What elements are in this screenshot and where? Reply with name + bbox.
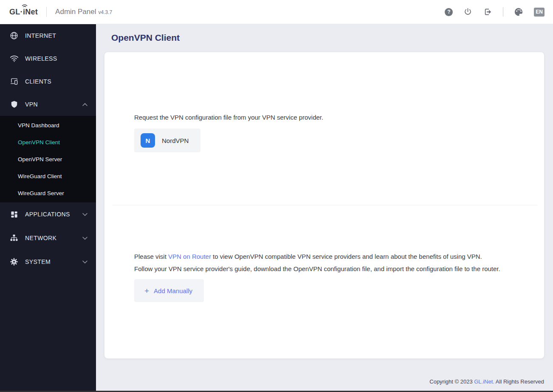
chevron-down-icon bbox=[82, 237, 87, 240]
sidebar-item-label: WIRELESS bbox=[25, 55, 57, 62]
sidebar-item-network[interactable]: NETWORK bbox=[0, 226, 96, 250]
help-icon[interactable]: ? bbox=[445, 8, 453, 16]
manual-line2: Follow your VPN service provider's guide… bbox=[134, 265, 500, 272]
logo-wifi-icon bbox=[21, 4, 28, 8]
shield-icon bbox=[9, 100, 19, 109]
glinet-link[interactable]: GL.iNet. bbox=[474, 378, 494, 385]
app-title: Admin Panel v4.3.7 bbox=[55, 8, 112, 16]
sidebar-item-clients[interactable]: CLIENTS bbox=[0, 70, 96, 93]
sidebar-item-vpn[interactable]: VPN bbox=[0, 93, 96, 116]
main-content: OpenVPN Client Request the VPN configura… bbox=[96, 24, 553, 392]
sidebar-item-label: NETWORK bbox=[25, 235, 56, 241]
power-icon[interactable] bbox=[463, 8, 472, 17]
sidebar-item-wireless[interactable]: WIRELESS bbox=[0, 47, 96, 70]
sidebar: INTERNET WIRELESS CLIENTS VPN bbox=[0, 24, 96, 392]
gear-icon bbox=[9, 258, 19, 266]
sidebar-item-system[interactable]: SYSTEM bbox=[0, 250, 96, 274]
submenu-item-openvpn-client[interactable]: OpenVPN Client bbox=[0, 134, 96, 151]
wifi-icon bbox=[9, 55, 19, 62]
add-manually-button[interactable]: + Add Manually bbox=[134, 279, 204, 302]
sidebar-item-label: CLIENTS bbox=[25, 78, 51, 85]
sidebar-item-label: SYSTEM bbox=[25, 258, 51, 265]
header-actions: ? EN bbox=[445, 7, 545, 17]
copyright-suffix: All Rights Reserved bbox=[494, 378, 544, 385]
header-divider bbox=[46, 7, 47, 17]
logo-text-left: GL· bbox=[9, 8, 23, 17]
logo-letter-i: i bbox=[23, 8, 25, 17]
sidebar-item-applications[interactable]: APPLICATIONS bbox=[0, 202, 96, 226]
manual-instructions: Please visit VPN on Router to view OpenV… bbox=[134, 250, 500, 275]
manual-line1-suffix: to view OpenVPN compatible VPN service p… bbox=[211, 253, 482, 260]
app-title-text: Admin Panel bbox=[55, 8, 96, 16]
submenu-item-wireguard-client[interactable]: WireGuard Client bbox=[0, 168, 96, 185]
chevron-down-icon bbox=[82, 213, 87, 216]
header-icons-divider bbox=[503, 7, 503, 17]
grid-icon bbox=[9, 210, 19, 218]
sidebar-item-label: INTERNET bbox=[25, 32, 56, 39]
nordvpn-button[interactable]: N NordVPN bbox=[134, 129, 200, 152]
add-manually-label: Add Manually bbox=[154, 287, 192, 294]
chevron-down-icon bbox=[82, 260, 87, 263]
submenu-item-wireguard-server[interactable]: WireGuard Server bbox=[0, 185, 96, 202]
copyright-prefix: Copyright © 2023 bbox=[429, 378, 474, 385]
chevron-up-icon bbox=[82, 103, 87, 106]
sidebar-item-label: APPLICATIONS bbox=[25, 211, 70, 218]
submenu-item-openvpn-server[interactable]: OpenVPN Server bbox=[0, 151, 96, 168]
sidebar-item-internet[interactable]: INTERNET bbox=[0, 24, 96, 47]
language-badge[interactable]: EN bbox=[534, 8, 545, 17]
theme-palette-icon[interactable] bbox=[514, 7, 523, 17]
nordvpn-logo-icon: N bbox=[141, 133, 155, 148]
network-icon bbox=[9, 234, 19, 242]
footer-copyright: Copyright © 2023 GL.iNet. All Rights Res… bbox=[429, 378, 544, 385]
vpn-submenu: VPN Dashboard OpenVPN Client OpenVPN Ser… bbox=[0, 116, 96, 202]
sidebar-item-label: VPN bbox=[25, 101, 38, 108]
section-divider bbox=[113, 205, 537, 205]
page-title: OpenVPN Client bbox=[111, 33, 180, 43]
plus-icon: + bbox=[144, 287, 149, 295]
content-card: Request the VPN configuration file from … bbox=[104, 52, 544, 358]
manual-line1-prefix: Please visit bbox=[134, 253, 168, 260]
top-header: GL·iNet Admin Panel v4.3.7 ? bbox=[0, 0, 553, 24]
provider-instruction: Request the VPN configuration file from … bbox=[134, 114, 323, 121]
brand-logo[interactable]: GL·iNet bbox=[9, 8, 38, 17]
app-version: v4.3.7 bbox=[99, 9, 113, 15]
logo-text-right: Net bbox=[25, 8, 38, 17]
devices-icon bbox=[9, 77, 19, 86]
logout-icon[interactable] bbox=[483, 7, 492, 17]
globe-icon bbox=[9, 31, 19, 40]
nordvpn-label: NordVPN bbox=[162, 137, 189, 144]
submenu-item-vpn-dashboard[interactable]: VPN Dashboard bbox=[0, 117, 96, 134]
vpn-on-router-link[interactable]: VPN on Router bbox=[168, 253, 211, 260]
